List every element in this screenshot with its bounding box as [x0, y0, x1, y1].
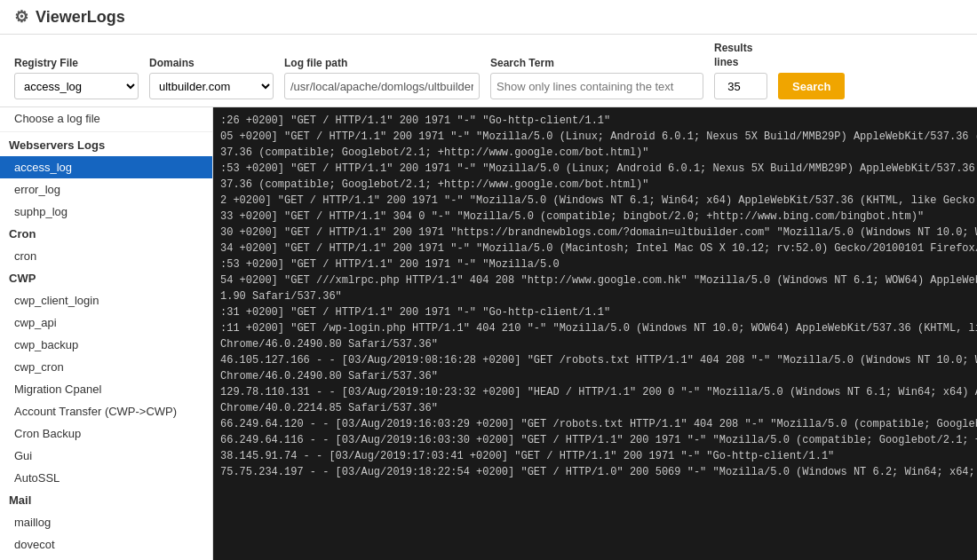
logpath-input[interactable]	[284, 73, 480, 99]
search-btn-group: Search	[778, 73, 845, 99]
log-line: :53 +0200] "GET / HTTP/1.1" 200 1971 "-"…	[220, 256, 970, 272]
dropdown-item-autossl[interactable]: AutoSSL	[0, 467, 212, 489]
dropdown-item-migration-cpanel[interactable]: Migration Cpanel	[0, 378, 212, 400]
log-line: 75.75.234.197 - - [03/Aug/2019:18:22:54 …	[220, 464, 970, 480]
dropdown-item-dovecot[interactable]: dovecot	[0, 533, 212, 556]
log-line: 54 +0200] "GET ///xmlrpc.php HTTP/1.1" 4…	[220, 272, 970, 288]
results-input[interactable]	[714, 73, 767, 99]
section-mail: Mail	[0, 489, 212, 511]
section-cwp: CWP	[0, 267, 212, 289]
search-button[interactable]: Search	[778, 73, 845, 99]
dropdown-item-cwp-backup[interactable]: cwp_backup	[0, 334, 212, 356]
log-line: 129.78.110.131 - - [03/Aug/2019:10:23:32…	[220, 384, 970, 400]
log-line: 37.36 (compatible; Googlebot/2.1; +http:…	[220, 145, 970, 161]
section-cron: Cron	[0, 223, 212, 245]
log-line: 1.90 Safari/537.36"	[220, 288, 970, 304]
results-control: Resultslines	[714, 42, 767, 99]
search-input[interactable]	[490, 73, 703, 99]
domain-label: Domains	[149, 57, 274, 69]
log-line: 66.249.64.120 - - [03/Aug/2019:16:03:29 …	[220, 416, 970, 432]
section-webservers: Webservers Logs	[0, 134, 212, 156]
dropdown-item-cwp-client-login[interactable]: cwp_client_login	[0, 289, 212, 312]
search-term-label: Search Term	[490, 57, 703, 69]
log-line: 46.105.127.166 - - [03/Aug/2019:08:16:28…	[220, 352, 970, 368]
domain-control: Domains ultbuilder.com	[149, 57, 274, 99]
app-title-container: ⚙ ViewerLogs	[14, 7, 125, 27]
dropdown-list: Choose a log file Webservers Logs access…	[0, 107, 212, 556]
log-line: Chrome/46.0.2490.80 Safari/537.36"	[220, 336, 970, 352]
log-line: 05 +0200] "GET / HTTP/1.1" 200 1971 "-" …	[220, 129, 970, 145]
logpath-label: Log file path	[284, 57, 480, 69]
header: ⚙ ViewerLogs	[0, 0, 977, 35]
dropdown-choose[interactable]: Choose a log file	[0, 107, 212, 130]
dropdown-item-gui[interactable]: Gui	[0, 445, 212, 467]
app-title: ViewerLogs	[36, 8, 125, 27]
log-line: :11 +0200] "GET /wp-login.php HTTP/1.1" …	[220, 320, 970, 336]
dropdown-item-suphp-log[interactable]: suphp_log	[0, 201, 212, 223]
registry-label: Registry File	[14, 57, 139, 69]
log-content[interactable]: :26 +0200] "GET / HTTP/1.1" 200 1971 "-"…	[213, 107, 977, 560]
registry-control: Registry File access_log error_log	[14, 57, 139, 99]
log-line: 37.36 (compatible; Googlebot/2.1; +http:…	[220, 177, 970, 193]
logpath-control: Log file path	[284, 57, 480, 99]
dropdown-item-account-transfer[interactable]: Account Transfer (CWP->CWP)	[0, 400, 212, 422]
results-label: Resultslines	[714, 42, 767, 69]
main-area: Choose a log file Webservers Logs access…	[0, 107, 977, 560]
controls-bar: Registry File access_log error_log Domai…	[0, 35, 977, 107]
dropdown-item-error-log[interactable]: error_log	[0, 178, 212, 201]
log-line: 66.249.64.116 - - [03/Aug/2019:16:03:30 …	[220, 432, 970, 448]
dropdown-panel: Choose a log file Webservers Logs access…	[0, 107, 213, 560]
search-control: Search Term	[490, 57, 703, 99]
log-line: 34 +0200] "GET / HTTP/1.1" 200 1971 "-" …	[220, 241, 970, 256]
dropdown-item-access-log[interactable]: access_log	[0, 156, 212, 178]
domain-select[interactable]: ultbuilder.com	[149, 73, 274, 99]
dropdown-item-cron-backup[interactable]: Cron Backup	[0, 422, 212, 445]
log-line: :26 +0200] "GET / HTTP/1.1" 200 1971 "-"…	[220, 113, 970, 129]
registry-select[interactable]: access_log error_log	[14, 73, 139, 99]
log-line: 30 +0200] "GET / HTTP/1.1" 200 1971 "htt…	[220, 225, 970, 241]
log-line: :31 +0200] "GET / HTTP/1.1" 200 1971 "-"…	[220, 304, 970, 320]
dropdown-item-cwp-api[interactable]: cwp_api	[0, 312, 212, 334]
gear-icon: ⚙	[14, 7, 28, 27]
dropdown-item-cron[interactable]: cron	[0, 245, 212, 267]
log-line: :53 +0200] "GET / HTTP/1.1" 200 1971 "-"…	[220, 161, 970, 177]
log-line: 2 +0200] "GET / HTTP/1.1" 200 1971 "-" "…	[220, 193, 970, 209]
log-line: Chrome/46.0.2490.80 Safari/537.36"	[220, 368, 970, 384]
log-line: Chrome/40.0.2214.85 Safari/537.36"	[220, 400, 970, 416]
log-line: 33 +0200] "GET / HTTP/1.1" 304 0 "-" "Mo…	[220, 209, 970, 225]
dropdown-item-cwp-cron[interactable]: cwp_cron	[0, 356, 212, 378]
log-line: 38.145.91.74 - - [03/Aug/2019:17:03:41 +…	[220, 448, 970, 464]
dropdown-item-maillog[interactable]: maillog	[0, 511, 212, 533]
